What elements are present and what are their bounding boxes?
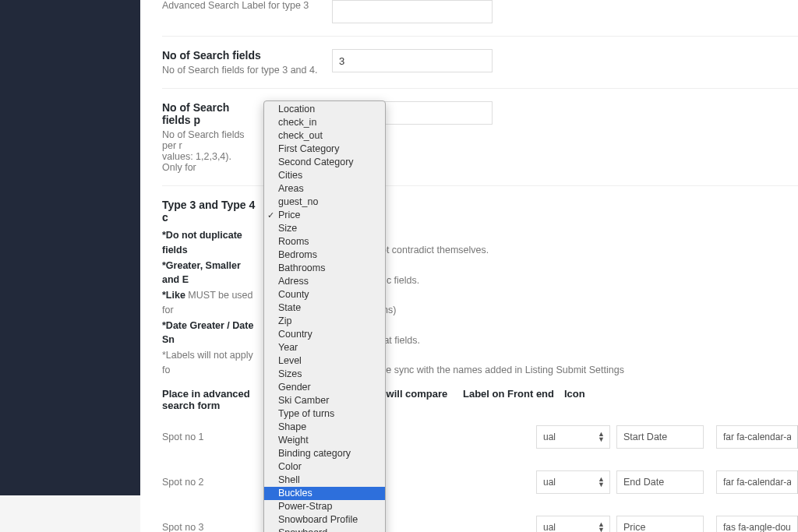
- dropdown-option[interactable]: Year: [264, 341, 385, 354]
- field-title: No of Search fields p: [162, 101, 252, 126]
- icon-class-input[interactable]: [716, 516, 797, 533]
- dropdown-option[interactable]: Buckles: [264, 487, 385, 500]
- dropdown-option[interactable]: Adress: [264, 275, 385, 288]
- dropdown-option[interactable]: Level: [264, 354, 385, 368]
- spot-icon-cell: [716, 516, 798, 533]
- icon-class-input[interactable]: [716, 470, 797, 494]
- spots-header: Place in advanced search form it will co…: [162, 388, 666, 414]
- frontend-label-input[interactable]: [616, 516, 704, 533]
- field-row-num-search-per: No of Search fields p No of Search field…: [162, 89, 798, 186]
- spot-icon-cell: [716, 425, 798, 449]
- sidebar: [0, 0, 140, 495]
- frontend-label-input[interactable]: [616, 470, 704, 494]
- field-row-advanced-label: Advanced Search Label for type 3: [162, 0, 798, 37]
- field-help-text: values: 1,2,3,4). Only for: [162, 151, 252, 173]
- field-help-text: Advanced Search Label for type 3: [162, 0, 326, 11]
- spot-row: Spot no 1ual▲▼: [162, 414, 798, 460]
- dropdown-option[interactable]: County: [264, 288, 385, 301]
- compare-select[interactable]: ual▲▼: [536, 425, 610, 449]
- spot-compare-cell: ual▲▼: [462, 425, 616, 449]
- spots-container: Spot no 1ual▲▼Spot no 2ual▲▼Spot no 3ual…: [162, 414, 798, 533]
- dropdown-option[interactable]: Price: [264, 209, 385, 222]
- dropdown-option[interactable]: Zip: [264, 315, 385, 328]
- spot-compare-cell: ual▲▼: [462, 470, 616, 494]
- dropdown-option[interactable]: Sizes: [264, 368, 385, 381]
- dropdown-option[interactable]: Shape: [264, 421, 385, 434]
- dropdown-option[interactable]: First Category: [264, 143, 385, 156]
- num-search-fields-input[interactable]: [332, 49, 493, 72]
- section-title: Type 3 and Type 4 c: [162, 199, 259, 224]
- dropdown-option[interactable]: Color: [264, 460, 385, 474]
- frontend-label-input[interactable]: [616, 425, 704, 449]
- dropdown-option[interactable]: Areas: [264, 182, 385, 196]
- dropdown-option[interactable]: Size: [264, 222, 385, 235]
- spot-label-cell: [616, 470, 716, 494]
- dropdown-option[interactable]: Gender: [264, 381, 385, 394]
- header-icon: Icon: [564, 388, 666, 411]
- spot-label-cell: [616, 425, 716, 449]
- dropdown-option[interactable]: Country: [264, 328, 385, 341]
- select-arrows-icon: ▲▼: [598, 432, 605, 442]
- dropdown-option[interactable]: Binding category: [264, 447, 385, 460]
- dropdown-option[interactable]: Power-Strap: [264, 500, 385, 513]
- dropdown-option[interactable]: Snowboard Profile: [264, 513, 385, 527]
- dropdown-option[interactable]: Location: [264, 103, 385, 116]
- dropdown-option[interactable]: Weight: [264, 434, 385, 447]
- dropdown-option[interactable]: Bedroms: [264, 248, 385, 262]
- advanced-label-input[interactable]: [332, 0, 493, 23]
- dropdown-option[interactable]: Ski Camber: [264, 394, 385, 407]
- dropdown-option[interactable]: Type of turns: [264, 407, 385, 421]
- header-label: Label on Front end: [463, 388, 564, 411]
- section-type-config: Type 3 and Type 4 c *Do not duplicate fi…: [162, 186, 798, 532]
- field-help-text: No of Search fields per r: [162, 129, 252, 151]
- field-help-text: No of Search fields for type 3 and 4.: [162, 65, 326, 76]
- spot-label-cell: [616, 516, 716, 533]
- field-row-num-search: No of Search fields No of Search fields …: [162, 37, 798, 89]
- icon-class-input[interactable]: [716, 425, 797, 449]
- config-notes: *Do not duplicate fieldsnot contradict t…: [162, 228, 624, 379]
- select-arrows-icon: ▲▼: [598, 477, 605, 488]
- spot-row: Spot no 3ual▲▼: [162, 505, 798, 533]
- spot-icon-cell: [716, 470, 798, 494]
- main-content: Advanced Search Label for type 3 No of S…: [140, 0, 798, 532]
- dropdown-option[interactable]: State: [264, 301, 385, 315]
- dropdown-option[interactable]: Snowboard Construction: [264, 527, 385, 532]
- header-place: Place in advanced search form: [162, 388, 257, 411]
- field-title: No of Search fields: [162, 49, 326, 62]
- field-select-dropdown[interactable]: Locationcheck_incheck_outFirst CategoryS…: [263, 100, 386, 532]
- spot-compare-cell: ual▲▼: [462, 516, 616, 533]
- dropdown-option[interactable]: check_out: [264, 129, 385, 143]
- dropdown-option[interactable]: check_in: [264, 116, 385, 129]
- spot-row: Spot no 2ual▲▼: [162, 460, 798, 505]
- dropdown-option[interactable]: Second Category: [264, 156, 385, 169]
- select-arrows-icon: ▲▼: [598, 522, 605, 533]
- dropdown-option[interactable]: Bathrooms: [264, 262, 385, 275]
- dropdown-option[interactable]: Rooms: [264, 235, 385, 248]
- dropdown-option[interactable]: guest_no: [264, 196, 385, 209]
- compare-select[interactable]: ual▲▼: [536, 516, 610, 533]
- compare-select[interactable]: ual▲▼: [536, 470, 610, 494]
- dropdown-option[interactable]: Cities: [264, 169, 385, 182]
- dropdown-option[interactable]: Shell: [264, 474, 385, 487]
